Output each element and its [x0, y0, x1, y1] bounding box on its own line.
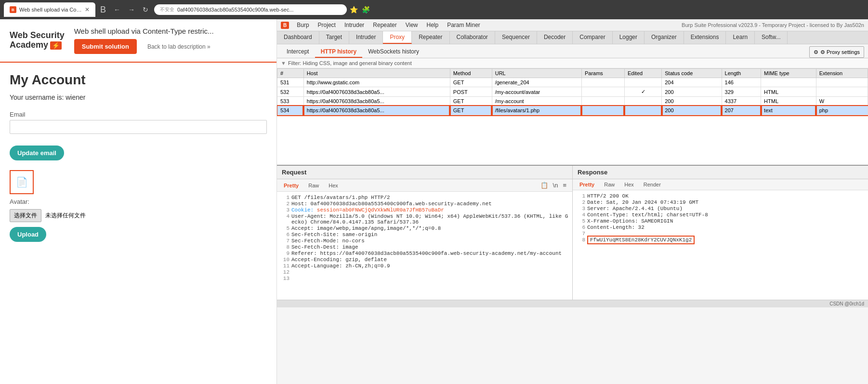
request-line: 6Sec-Fetch-Site: same-origin — [280, 232, 569, 238]
tab-softw[interactable]: Softw... — [755, 31, 788, 44]
response-line: 3Server: Apache/2.4.41 (Ubuntu) — [576, 206, 865, 212]
tab-logger[interactable]: Logger — [613, 31, 644, 44]
request-line: 13 — [280, 276, 569, 281]
response-tab-raw[interactable]: Raw — [602, 181, 617, 188]
tab-target[interactable]: Target — [319, 31, 349, 44]
extensions-button[interactable]: 🧩 — [362, 6, 370, 13]
burp-logo: B — [281, 22, 289, 29]
col-extension[interactable]: Extension — [816, 69, 868, 78]
no-file-selected-text: 未选择任何文件 — [45, 212, 86, 220]
col-url[interactable]: URL — [492, 69, 581, 78]
response-tab-hex[interactable]: Hex — [622, 181, 636, 188]
proxy-subtabs: Intercept HTTP history WebSockets histor… — [277, 44, 868, 58]
burp-menu-project[interactable]: Project — [314, 21, 340, 29]
request-line: 3Cookie: session=ab0FNWCjQdVXkWNlUR0a7Jf… — [280, 207, 569, 213]
proxy-settings-button[interactable]: ⚙ ⚙ Proxy settings — [809, 46, 864, 58]
security-warning: 不安全 — [160, 6, 174, 13]
wsa-logo-line1: Web Security — [10, 31, 65, 40]
submit-solution-button[interactable]: Submit solution — [74, 39, 137, 54]
left-panel: Web Security Academy⚡ Web shell upload v… — [0, 19, 277, 384]
response-tab-pretty[interactable]: Pretty — [578, 181, 596, 188]
back-to-lab-link[interactable]: Back to lab description » — [147, 43, 210, 50]
burp-menu-repeater[interactable]: Repeater — [369, 21, 400, 29]
table-row[interactable]: 532https://0af40076038d3acb80a5...POST/m… — [277, 87, 868, 97]
col-edited[interactable]: Edited — [624, 69, 661, 78]
request-line: 5Accept: image/webp,image/apng,image/*,*… — [280, 225, 569, 231]
col-status[interactable]: Status code — [662, 69, 722, 78]
col-method[interactable]: Method — [450, 69, 492, 78]
burp-menu-burp[interactable]: Burp — [293, 21, 313, 29]
subtab-websockets-history[interactable]: WebSockets history — [362, 46, 425, 58]
tab-close-button[interactable]: ✕ — [85, 6, 90, 13]
email-input[interactable] — [10, 120, 267, 134]
wsa-logo-icon: ⚡ — [50, 41, 62, 50]
wsa-header: Web Security Academy⚡ Web shell upload v… — [0, 19, 276, 63]
request-tab-pretty[interactable]: Pretty — [282, 182, 301, 189]
tab-learn[interactable]: Learn — [726, 31, 755, 44]
filter-bar[interactable]: ▼ Filter: Hiding CSS, image and general … — [277, 58, 868, 68]
tab-extensions[interactable]: Extensions — [684, 31, 726, 44]
request-tab-raw[interactable]: Raw — [306, 182, 321, 189]
burp-menu-param-miner[interactable]: Param Miner — [443, 21, 484, 29]
subtab-intercept[interactable]: Intercept — [281, 46, 315, 58]
col-length[interactable]: Length — [722, 69, 761, 78]
burp-menu-help[interactable]: Help — [422, 21, 442, 29]
tab-dashboard[interactable]: Dashboard — [277, 31, 319, 44]
request-line: 9Referer: https://0af40076038d3acb80a553… — [280, 251, 569, 256]
update-email-button[interactable]: Update email — [10, 146, 64, 160]
response-tab-render[interactable]: Render — [642, 181, 663, 188]
tab-collaborator[interactable]: Collaborator — [450, 31, 495, 44]
wsa-page-title: Web shell upload via Content-Type restri… — [74, 27, 267, 35]
tab-organizer[interactable]: Organizer — [644, 31, 684, 44]
choose-file-button[interactable]: 选择文件 — [10, 209, 41, 222]
bookmark-button[interactable]: ⭐ — [350, 6, 358, 13]
request-copy-button[interactable]: 📋 — [539, 181, 549, 190]
response-line: 1HTTP/2 200 OK — [576, 193, 865, 199]
tab-comparer[interactable]: Comparer — [573, 31, 612, 44]
wsa-logo-line2: Academy⚡ — [10, 40, 65, 50]
new-tab-button[interactable]: B — [98, 3, 108, 17]
subtab-http-history[interactable]: HTTP history — [315, 46, 362, 58]
tab-proxy[interactable]: Proxy — [383, 31, 412, 44]
tab-intruder[interactable]: Intruder — [349, 31, 383, 44]
table-row[interactable]: 534https://0af40076038d3acb80a5...GET/fi… — [277, 106, 868, 115]
burp-menu-intruder[interactable]: Intruder — [341, 21, 368, 29]
proxy-settings-label: ⚙ Proxy settings — [820, 49, 860, 55]
burp-menu-view[interactable]: View — [402, 21, 422, 29]
my-account-title: My Account — [10, 72, 267, 88]
request-menu-button[interactable]: ≡ — [562, 181, 567, 190]
response-panel-tabs: Pretty Raw Hex Render — [573, 179, 868, 190]
nav-controls: ← → ↻ — [111, 5, 151, 14]
col-mime[interactable]: MIME type — [761, 69, 816, 78]
response-panel: Response Pretty Raw Hex Render 1HTTP/2 2… — [573, 166, 868, 300]
browser-actions: ⭐ 🧩 — [350, 6, 370, 13]
back-button[interactable]: ← — [111, 5, 123, 14]
response-panel-header: Response — [573, 166, 868, 179]
request-line: 1GET /files/avatars/1.php HTTP/2 — [280, 195, 569, 200]
wsa-title-area: Web shell upload via Content-Type restri… — [74, 27, 267, 54]
avatar-icon: 📄 — [16, 176, 28, 188]
upload-button[interactable]: Upload — [10, 227, 46, 242]
request-tab-hex[interactable]: Hex — [327, 182, 340, 189]
col-host[interactable]: Host — [303, 69, 450, 78]
request-tab-icons: 📋 \n ≡ — [539, 181, 567, 190]
avatar-label: Avatar: — [10, 198, 267, 205]
table-row[interactable]: 533https://0af40076038d3acb80a5...GET/my… — [277, 97, 868, 106]
request-line: 8Sec-Fetch-Dest: image — [280, 244, 569, 250]
request-wrap-button[interactable]: \n — [552, 181, 559, 190]
email-form-section: Email — [10, 111, 267, 134]
refresh-button[interactable]: ↻ — [140, 5, 151, 14]
tab-repeater[interactable]: Repeater — [412, 31, 449, 44]
col-params[interactable]: Params — [581, 69, 624, 78]
forward-button[interactable]: → — [125, 5, 138, 14]
right-panel: B Burp Project Intruder Repeater View He… — [277, 19, 868, 384]
burp-main-tabs: Dashboard Target Intruder Proxy Repeater… — [277, 31, 868, 44]
request-line: 4User-Agent: Mozilla/5.0 (Windows NT 10.… — [280, 213, 569, 225]
table-row[interactable]: 531http://www.gstatic.comGET/generate_20… — [277, 78, 868, 87]
address-bar[interactable]: 不安全 0af40076038d3acb80a5535400c900fa.web… — [154, 4, 347, 15]
request-line: 12 — [280, 269, 569, 275]
tab-decoder[interactable]: Decoder — [537, 31, 573, 44]
browser-tab[interactable]: B Web shell upload via Content ✕ — [4, 2, 95, 17]
col-id[interactable]: # — [277, 69, 304, 78]
tab-sequencer[interactable]: Sequencer — [495, 31, 537, 44]
